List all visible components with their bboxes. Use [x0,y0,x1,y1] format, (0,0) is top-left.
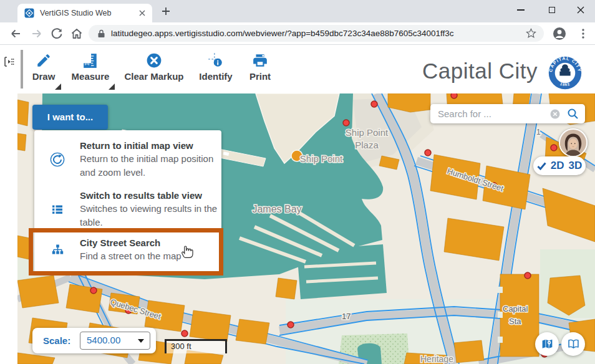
menu-item-title: Return to initial map view [80,139,218,152]
search-placeholder: Search for ... [438,104,491,123]
map-label-1: 1 [536,128,541,136]
print-button[interactable]: Print [245,52,275,82]
search-icon[interactable] [567,108,579,120]
browser-tab[interactable]: VertiGIS Studio Web [17,4,152,22]
book-icon [567,338,580,351]
scale-label: Scale: [43,328,70,353]
menu-item-results-table[interactable]: Switch to results table view Switches to… [34,189,221,229]
user-avatar[interactable] [559,128,588,157]
browser-titlebar: VertiGIS Studio Web [0,0,595,22]
browser-window: VertiGIS Studio Web [0,0,595,364]
reload-icon[interactable] [50,27,64,41]
results-table-icon [50,202,65,217]
map-label-ship-point: Ship Point [300,153,343,164]
draw-label: Draw [26,71,61,82]
scale-value: 5400.00 [87,332,120,348]
bookmarks-button[interactable] [561,332,585,356]
draw-submenu-indicator [55,84,61,90]
view-dimension-toggle[interactable]: 2D 3D [533,156,586,175]
map-label-sta: Sta [509,317,521,326]
reset-view-icon [50,152,65,167]
menu-item-title: City Street Search [80,236,218,249]
i-want-to-menu: Return to initial map view Return to the… [34,130,221,273]
search-clear-icon[interactable] [550,109,560,119]
capital-city-logo: CAPITAL CITY 1862 [548,55,583,90]
menu-item-title: Switch to results table view [80,189,218,202]
vertigis-favicon-icon [24,8,34,18]
clear-markup-label: Clear Markup [122,71,186,82]
measure-button[interactable]: Measure [68,52,113,82]
identify-label: Identify [193,71,238,82]
menu-item-desc: Find a street on the map [80,249,218,263]
menu-item-desc: Switches to viewing results in the table… [80,202,218,229]
street-search-icon [50,242,65,257]
browser-navbar: latitudegeo.apps.vertigisstudio.com/webv… [0,22,595,45]
bookmark-star-icon[interactable] [526,28,536,39]
basemap-icon [541,338,554,351]
window-minimize-button[interactable] [506,0,535,20]
forward-icon[interactable] [30,27,44,41]
back-icon[interactable] [9,27,22,41]
window-maximize-button[interactable] [538,0,566,20]
clear-markup-icon [146,52,162,69]
identify-button[interactable]: Identify [193,52,238,82]
chevron-down-icon [138,339,144,343]
lock-icon [97,29,105,38]
map-search-box[interactable]: Search for ... [430,104,585,123]
menu-item-return-initial-view[interactable]: Return to initial map view Return to the… [34,139,221,180]
menu-item-city-street-search[interactable]: City Street Search Find a street on the … [34,236,221,263]
scale-panel: Scale: 5400.00 [32,328,156,353]
url-text: latitudegeo.apps.vertigisstudio.com/webv… [111,25,454,42]
clear-markup-button[interactable]: Clear Markup [122,52,186,82]
new-tab-button[interactable] [160,5,172,17]
scalebar: 300 ft [165,339,227,353]
map-label-route-17: 17 [342,312,351,321]
menu-item-desc: Return to the initial map position and z… [80,152,218,180]
tab-close-icon[interactable] [138,9,146,17]
basemap-button[interactable] [535,332,559,356]
profile-avatar-icon[interactable] [553,27,566,41]
draw-button[interactable]: Draw [26,52,61,82]
address-bar[interactable]: latitudegeo.apps.vertigisstudio.com/webv… [89,25,544,42]
check-icon [537,162,546,170]
map-label-capital: Capital [503,304,528,314]
toggle-3d[interactable]: 3D [569,160,583,172]
window-close-button[interactable] [566,0,595,20]
measure-label: Measure [68,71,113,82]
panel-toggle-icon[interactable] [3,56,14,67]
home-icon[interactable] [70,27,84,41]
tab-title: VertiGIS Studio Web [40,4,111,22]
map-label-ship-point-plaza-1: Ship Point [346,127,389,138]
print-label: Print [245,71,275,82]
panel-scrollbar[interactable] [21,50,23,89]
identify-icon [208,52,224,69]
map-label-james-bay: James Bay [252,204,301,214]
pencil-icon [36,52,52,69]
map-label-heritage: Heritage [420,354,453,364]
app-title: Capital City [422,59,538,84]
browser-menu-icon[interactable] [576,27,590,41]
ruler-icon [82,52,99,69]
scale-select[interactable]: 5400.00 [80,332,150,350]
i-want-to-button[interactable]: I want to... [32,105,108,130]
measure-submenu-indicator [109,84,115,90]
toggle-2d[interactable]: 2D [551,160,564,172]
scalebar-distance: 300 ft [167,341,225,351]
print-icon [252,52,268,69]
map-label-ship-point-plaza-2: Plaza [355,140,379,150]
